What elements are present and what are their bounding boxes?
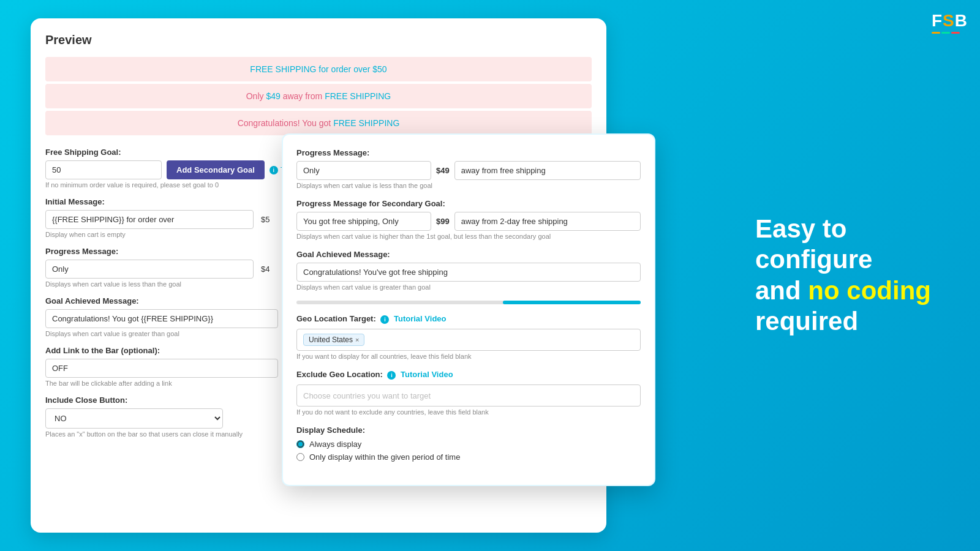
banner-1-text1: FREE SHIPPING for order over bbox=[250, 64, 372, 74]
geo-location-group: Geo Location Target: i Tutorial Video Un… bbox=[296, 314, 641, 360]
exclude-geo-input[interactable]: Choose countries you want to target bbox=[296, 384, 641, 407]
banner-2-text2: away from bbox=[281, 91, 325, 101]
preview-title: Preview bbox=[45, 33, 592, 47]
radio-period-input[interactable] bbox=[296, 453, 304, 461]
overlay-progress-row: $49 bbox=[296, 161, 641, 180]
exclude-geo-placeholder: Choose countries you want to target bbox=[303, 391, 431, 400]
geo-tutorial-icon: i bbox=[380, 315, 389, 324]
preview-banners: FREE SHIPPING for order over $50 Only $4… bbox=[45, 57, 592, 135]
free-shipping-goal-group: Free Shipping Goal: Add Secondary Goal i… bbox=[45, 148, 296, 189]
geo-tag-input[interactable]: United States × bbox=[296, 329, 641, 351]
scroll-bar[interactable] bbox=[296, 301, 641, 304]
overlay-secondary-label: Progress Message for Secondary Goal: bbox=[296, 199, 641, 208]
goal-achieved-label: Goal Achieved Message: bbox=[45, 296, 296, 305]
overlay-secondary-hint: Displays when cart value is higher than … bbox=[296, 233, 641, 240]
overlay-secondary-row: $99 bbox=[296, 212, 641, 231]
radio-always-option: Always display bbox=[296, 440, 641, 449]
exclude-tutorial-icon: i bbox=[387, 371, 396, 380]
goal-achieved-input[interactable] bbox=[45, 309, 278, 328]
overlay-progress-input[interactable] bbox=[296, 161, 431, 180]
free-shipping-goal-label: Free Shipping Goal: bbox=[45, 148, 296, 157]
exclude-geo-label: Exclude Geo Location: i Tutorial Video bbox=[296, 370, 641, 380]
overlay-progress-group: Progress Message: $49 Displays when cart… bbox=[296, 148, 641, 189]
banner-1: FREE SHIPPING for order over $50 bbox=[45, 57, 592, 81]
overlay-goal-achieved-hint: Displays when cart value is greater than… bbox=[296, 283, 641, 291]
exclude-hint: If you do not want to exclude any countr… bbox=[296, 408, 641, 416]
radio-always-input[interactable] bbox=[296, 440, 304, 448]
banner-3-text1: Congratulations! You got bbox=[238, 118, 333, 128]
radio-period-label: Only display within the given period of … bbox=[309, 452, 460, 462]
left-form: Free Shipping Goal: Add Secondary Goal i… bbox=[45, 148, 303, 446]
initial-message-row: $5 bbox=[45, 210, 296, 229]
free-shipping-goal-input[interactable] bbox=[45, 160, 162, 179]
overlay-goal-achieved-group: Goal Achieved Message: Displays when car… bbox=[296, 250, 641, 291]
geo-location-label: Geo Location Target: i Tutorial Video bbox=[296, 314, 641, 324]
goal-achieved-group: Goal Achieved Message: Displays when car… bbox=[45, 296, 296, 337]
add-link-group: Add Link to the Bar (optional): The bar … bbox=[45, 346, 296, 387]
add-link-label: Add Link to the Bar (optional): bbox=[45, 346, 296, 355]
banner-2: Only $49 away from FREE SHIPPING bbox=[45, 84, 592, 108]
overlay-goal-achieved-label: Goal Achieved Message: bbox=[296, 250, 641, 259]
initial-message-suffix: $5 bbox=[261, 215, 270, 224]
geo-tag-united-states: United States × bbox=[303, 334, 364, 346]
initial-message-label: Initial Message: bbox=[45, 197, 296, 206]
logo-s: S bbox=[943, 11, 955, 30]
progress-message-group: Progress Message: $4 Displays when cart … bbox=[45, 247, 296, 288]
overlay-progress-amount: $49 bbox=[436, 166, 450, 175]
banner-3-text2: FREE SHIPPING bbox=[333, 118, 399, 128]
progress-message-row: $4 bbox=[45, 260, 296, 279]
exclude-tutorial-link[interactable]: Tutorial Video bbox=[401, 370, 453, 379]
overlay-secondary-amount: $99 bbox=[436, 217, 450, 226]
overlay-goal-achieved-input[interactable] bbox=[296, 263, 641, 282]
radio-period-option: Only display within the given period of … bbox=[296, 452, 641, 462]
include-close-label: Include Close Button: bbox=[45, 395, 296, 405]
banner-1-amount: $50 bbox=[372, 64, 386, 74]
display-schedule-group: Display Schedule: Always display Only di… bbox=[296, 425, 641, 462]
radio-always-label: Always display bbox=[309, 440, 361, 449]
progress-message-label: Progress Message: bbox=[45, 247, 296, 256]
initial-message-hint: Display when cart is empty bbox=[45, 231, 296, 238]
include-close-hint: Places an "x" button on the bar so that … bbox=[45, 430, 296, 438]
geo-hint: If you want to display for all countries… bbox=[296, 353, 641, 360]
initial-message-input[interactable] bbox=[45, 210, 254, 229]
free-shipping-goal-hint: If no minimum order value is required, p… bbox=[45, 181, 296, 189]
overlay-secondary-input[interactable] bbox=[296, 212, 431, 231]
geo-tutorial-link[interactable]: Tutorial Video bbox=[394, 314, 446, 323]
overlay-progress-hint: Displays when cart value is less than th… bbox=[296, 182, 641, 189]
overlay-secondary-group: Progress Message for Secondary Goal: $99… bbox=[296, 199, 641, 240]
logo-underline bbox=[932, 32, 968, 34]
add-link-hint: The bar will be clickable after adding a… bbox=[45, 380, 296, 387]
initial-message-group: Initial Message: $5 Display when cart is… bbox=[45, 197, 296, 238]
tutorial-icon: i bbox=[270, 166, 278, 174]
overlay-progress-label: Progress Message: bbox=[296, 148, 641, 157]
include-close-group: Include Close Button: NO YES Places an "… bbox=[45, 395, 296, 438]
overlay-card: Progress Message: $49 Displays when cart… bbox=[282, 133, 655, 486]
include-close-select[interactable]: NO YES bbox=[45, 408, 223, 429]
progress-message-hint: Displays when cart value is less than th… bbox=[45, 280, 296, 288]
progress-message-suffix: $4 bbox=[261, 264, 270, 274]
geo-tag-remove[interactable]: × bbox=[355, 336, 359, 343]
scroll-thumb bbox=[503, 301, 641, 304]
banner-2-amount: $49 bbox=[266, 91, 280, 101]
exclude-geo-group: Exclude Geo Location: i Tutorial Video C… bbox=[296, 370, 641, 416]
overlay-progress-suffix-input[interactable] bbox=[454, 161, 641, 180]
add-link-input[interactable] bbox=[45, 359, 278, 378]
free-shipping-goal-row: Add Secondary Goal i Tutorial bbox=[45, 160, 296, 179]
logo-b: B bbox=[955, 11, 968, 30]
banner-2-text1: Only bbox=[246, 91, 266, 101]
banner-2-text3: FREE SHIPPING bbox=[325, 91, 391, 101]
display-schedule-label: Display Schedule: bbox=[296, 425, 641, 435]
goal-achieved-hint: Displays when cart value is greater than… bbox=[45, 330, 296, 337]
overlay-secondary-suffix-input[interactable] bbox=[454, 212, 641, 231]
right-side-text: Easy to configure and no coding required bbox=[755, 214, 931, 337]
logo-f: F bbox=[932, 11, 943, 30]
add-secondary-goal-button[interactable]: Add Secondary Goal bbox=[167, 160, 265, 179]
progress-message-input[interactable] bbox=[45, 260, 254, 279]
logo: FSB bbox=[932, 11, 968, 34]
banner-3: Congratulations! You got FREE SHIPPING bbox=[45, 111, 592, 135]
